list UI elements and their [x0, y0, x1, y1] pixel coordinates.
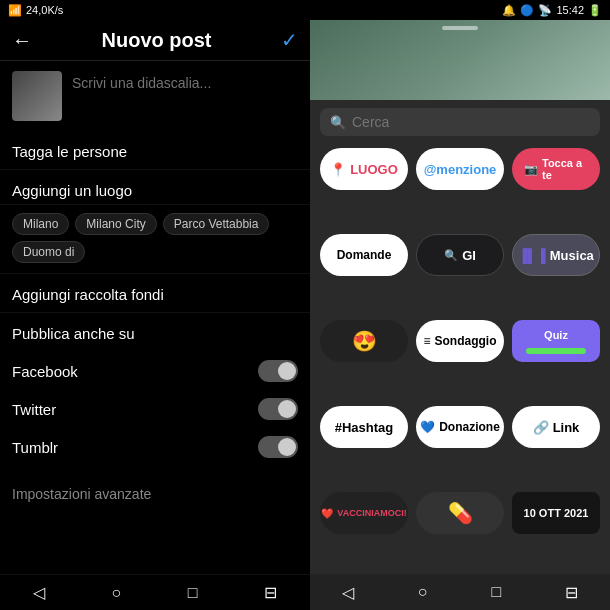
time-text: 15:42 — [556, 4, 584, 16]
bottom-nav-left: ◁ ○ □ ⊟ — [0, 574, 310, 610]
tag-people-section[interactable]: Tagga le persone — [0, 131, 310, 170]
tag-parco[interactable]: Parco Vettabbia — [163, 213, 270, 235]
bluetooth-icon: 🔵 — [520, 4, 534, 17]
search-icon: 🔍 — [330, 115, 346, 130]
tumblr-toggle[interactable] — [258, 436, 298, 458]
sticker-link[interactable]: 🔗 Link — [512, 406, 600, 448]
sticker-sondaggio-label: Sondaggio — [435, 334, 497, 348]
list-icon: ≡ — [424, 334, 431, 348]
home-nav-right-icon[interactable]: ○ — [418, 583, 428, 601]
camera-icon: 📷 — [524, 163, 538, 176]
location-tags-container: Milano Milano City Parco Vettabbia Duomo… — [0, 205, 310, 274]
main-container: ← Nuovo post ✓ Tagga le persone Aggiungi… — [0, 20, 610, 610]
home-nav-icon[interactable]: ○ — [112, 584, 122, 602]
back-nav-right-icon[interactable]: ◁ — [342, 583, 354, 602]
sticker-quiz-label: Quiz — [544, 329, 568, 341]
recents-nav-icon[interactable]: □ — [188, 584, 198, 602]
twitter-toggle[interactable] — [258, 398, 298, 420]
status-left: 📶 24,0K/s — [8, 4, 63, 17]
link-icon: 🔗 — [533, 420, 549, 435]
fundraiser-section[interactable]: Aggiungi raccolta fondi — [0, 274, 310, 313]
sticker-emoji-label: 😍 — [352, 329, 377, 353]
sticker-menzione[interactable]: @menzione — [416, 148, 504, 190]
sticker-gif-label: GI — [462, 248, 476, 263]
heart-icon: 💙 — [420, 420, 435, 434]
tag-duomo[interactable]: Duomo di — [12, 241, 85, 263]
battery-icon: 🔋 — [588, 4, 602, 17]
sticker-tocca-label: Tocca a te — [542, 157, 588, 181]
photo-overlay — [310, 20, 610, 100]
wifi-icon: 📡 — [538, 4, 552, 17]
header-photo — [310, 20, 610, 100]
sticker-link-label: Link — [553, 420, 580, 435]
sticker-vaccinia-label: VACCINIAMOCI! — [337, 508, 406, 518]
pin-icon: 📍 — [330, 162, 346, 177]
left-panel: ← Nuovo post ✓ Tagga le persone Aggiungi… — [0, 20, 310, 610]
caption-input[interactable] — [72, 71, 298, 91]
back-nav-icon[interactable]: ◁ — [33, 583, 45, 602]
recents-nav-right-icon[interactable]: □ — [491, 583, 501, 601]
sticker-domande[interactable]: Domande — [320, 234, 408, 276]
sticker-donazione[interactable]: 💙 Donazione — [416, 406, 504, 448]
sticker-musica-label: Musica — [550, 248, 594, 263]
left-header: ← Nuovo post ✓ — [0, 20, 310, 61]
sticker-domande-label: Domande — [337, 248, 392, 262]
speed-text: 24,0K/s — [26, 4, 63, 16]
sticker-musica[interactable]: ▐▌▐ Musica — [512, 234, 600, 276]
bottom-nav-right: ◁ ○ □ ⊟ — [310, 574, 610, 610]
add-location-label: Aggiungi un luogo — [12, 182, 132, 199]
right-panel: 🔍 📍 LUOGO @menzione 📷 Tocca a te Domande — [310, 20, 610, 610]
menu-nav-right-icon[interactable]: ⊟ — [565, 583, 578, 602]
fundraiser-label: Aggiungi raccolta fondi — [12, 286, 164, 303]
tag-milano[interactable]: Milano — [12, 213, 69, 235]
status-right: 🔔 🔵 📡 15:42 🔋 — [502, 4, 602, 17]
bars-icon: ▐▌▐ — [518, 248, 546, 263]
publish-label: Pubblica anche su — [12, 325, 298, 342]
sticker-hashtag-label: #Hashtag — [335, 420, 394, 435]
search-input[interactable] — [352, 114, 590, 130]
stickers-grid: 📍 LUOGO @menzione 📷 Tocca a te Domande 🔍… — [310, 144, 610, 574]
facebook-toggle[interactable] — [258, 360, 298, 382]
sticker-luogo[interactable]: 📍 LUOGO — [320, 148, 408, 190]
facebook-toggle-knob — [278, 362, 296, 380]
tag-people-label: Tagga le persone — [12, 143, 127, 160]
search-gif-icon: 🔍 — [444, 249, 458, 262]
sticker-tocca[interactable]: 📷 Tocca a te — [512, 148, 600, 190]
add-location-section[interactable]: Aggiungi un luogo — [0, 170, 310, 205]
thumbnail-image — [12, 71, 62, 121]
confirm-button[interactable]: ✓ — [281, 28, 298, 52]
back-button[interactable]: ← — [12, 29, 32, 52]
tag-milano-city[interactable]: Milano City — [75, 213, 156, 235]
search-bar[interactable]: 🔍 — [320, 108, 600, 136]
menu-nav-icon[interactable]: ⊟ — [264, 583, 277, 602]
sticker-sondaggio[interactable]: ≡ Sondaggio — [416, 320, 504, 362]
page-title: Nuovo post — [102, 29, 212, 52]
publish-section: Pubblica anche su Facebook Twitter Tumbl… — [0, 313, 310, 474]
sticker-hashtag[interactable]: #Hashtag — [320, 406, 408, 448]
sticker-donazione-label: Donazione — [439, 420, 500, 434]
status-bar: 📶 24,0K/s 🔔 🔵 📡 15:42 🔋 — [0, 0, 610, 20]
signal-icon: 📶 — [8, 4, 22, 17]
sticker-bandaid-label: 💊 — [448, 501, 473, 525]
drag-handle[interactable] — [442, 26, 478, 30]
twitter-toggle-knob — [278, 400, 296, 418]
sticker-date[interactable]: 10 OTT 2021 — [512, 492, 600, 534]
sticker-gif[interactable]: 🔍 GI — [416, 234, 504, 276]
heart-vaccinia-icon: ❤️ — [321, 508, 333, 519]
tumblr-label: Tumblr — [12, 439, 58, 456]
post-thumbnail — [12, 71, 62, 121]
post-preview — [0, 61, 310, 131]
tumblr-toggle-knob — [278, 438, 296, 456]
twitter-row: Twitter — [12, 390, 298, 428]
facebook-row: Facebook — [12, 352, 298, 390]
sticker-quiz[interactable]: Quiz — [512, 320, 600, 362]
sticker-emoji[interactable]: 😍 — [320, 320, 408, 362]
sticker-date-label: 10 OTT 2021 — [524, 507, 589, 519]
notification-icon: 🔔 — [502, 4, 516, 17]
twitter-label: Twitter — [12, 401, 56, 418]
advanced-settings[interactable]: Impostazioni avanzate — [0, 474, 310, 514]
sticker-bandaid[interactable]: 💊 — [416, 492, 504, 534]
sticker-menzione-label: @menzione — [424, 162, 497, 177]
sticker-vaccinia[interactable]: ❤️ VACCINIAMOCI! — [320, 492, 408, 534]
sticker-luogo-label: LUOGO — [350, 162, 398, 177]
